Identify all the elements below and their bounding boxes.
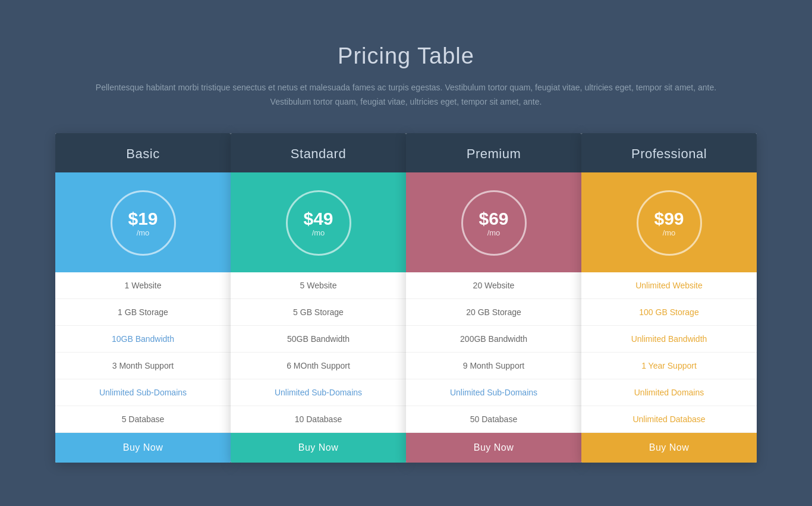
feature-item: 50 Database — [406, 406, 581, 433]
buy-now-button-professional[interactable]: Buy Now — [581, 433, 757, 463]
feature-item: Unlimited Bandwidth — [581, 326, 757, 353]
buy-now-button-premium[interactable]: Buy Now — [406, 433, 581, 463]
plan-price-section-premium: $69/mo — [406, 172, 581, 272]
feature-item: 100 GB Storage — [581, 299, 757, 326]
feature-item: 1 GB Storage — [55, 299, 231, 326]
feature-item: 9 Month Support — [406, 353, 581, 379]
plan-name-standard: Standard — [291, 146, 346, 161]
plan-price-circle-premium: $69/mo — [461, 190, 527, 256]
plan-price-period-standard: /mo — [312, 228, 325, 237]
feature-item: 6 MOnth Support — [231, 353, 406, 379]
feature-item: Unlimited Sub-Domains — [231, 379, 406, 406]
plan-price-amount-standard: $49 — [303, 209, 333, 228]
plan-card-premium: Premium$69/mo20 Website20 GB Storage200G… — [406, 133, 581, 463]
feature-item: 20 GB Storage — [406, 299, 581, 326]
plan-header-basic: Basic — [55, 133, 231, 172]
feature-item: 3 Month Support — [55, 353, 231, 379]
page-title: Pricing Table — [49, 43, 763, 69]
plan-price-period-basic: /mo — [137, 228, 150, 237]
plan-header-standard: Standard — [231, 133, 406, 172]
plan-price-period-premium: /mo — [487, 228, 501, 237]
feature-item: 50GB Bandwidth — [231, 326, 406, 353]
plan-features-professional: Unlimited Website100 GB StorageUnlimited… — [581, 272, 757, 433]
feature-item: Unlimited Sub-Domains — [55, 379, 231, 406]
plan-header-professional: Professional — [581, 133, 757, 172]
feature-item: Unlimited Domains — [581, 379, 757, 406]
feature-item: 10 Database — [231, 406, 406, 433]
feature-item: Unlimited Website — [581, 272, 757, 299]
feature-item: 1 Year Support — [581, 353, 757, 379]
plan-price-amount-premium: $69 — [479, 209, 508, 228]
plan-name-premium: Premium — [467, 146, 521, 161]
feature-item: Unlimited Sub-Domains — [406, 379, 581, 406]
plan-price-amount-professional: $99 — [654, 209, 684, 228]
plan-name-professional: Professional — [631, 146, 707, 161]
feature-item: 1 Website — [55, 272, 231, 299]
buy-now-button-standard[interactable]: Buy Now — [231, 433, 406, 463]
plan-features-basic: 1 Website1 GB Storage10GB Bandwidth3 Mon… — [55, 272, 231, 433]
pricing-grid: Basic$19/mo1 Website1 GB Storage10GB Ban… — [49, 133, 763, 463]
buy-now-button-basic[interactable]: Buy Now — [55, 433, 231, 463]
plan-price-section-standard: $49/mo — [231, 172, 406, 272]
feature-item: 20 Website — [406, 272, 581, 299]
feature-item: 5 GB Storage — [231, 299, 406, 326]
page-subtitle: Pellentesque habitant morbi tristique se… — [79, 81, 733, 109]
feature-item: 5 Database — [55, 406, 231, 433]
plan-price-section-basic: $19/mo — [55, 172, 231, 272]
page-wrapper: Pricing Table Pellentesque habitant morb… — [49, 43, 763, 463]
plan-card-professional: Professional$99/moUnlimited Website100 G… — [581, 133, 757, 463]
plan-price-circle-basic: $19/mo — [111, 190, 176, 256]
feature-item: 5 Website — [231, 272, 406, 299]
plan-name-basic: Basic — [126, 146, 159, 161]
plan-card-standard: Standard$49/mo5 Website5 GB Storage50GB … — [231, 133, 406, 463]
feature-item: Unlimited Database — [581, 406, 757, 433]
plan-price-circle-professional: $99/mo — [637, 190, 702, 256]
plan-features-standard: 5 Website5 GB Storage50GB Bandwidth6 MOn… — [231, 272, 406, 433]
plan-header-premium: Premium — [406, 133, 581, 172]
feature-item: 10GB Bandwidth — [55, 326, 231, 353]
plan-price-circle-standard: $49/mo — [286, 190, 351, 256]
plan-price-period-professional: /mo — [663, 228, 676, 237]
plan-features-premium: 20 Website20 GB Storage200GB Bandwidth9 … — [406, 272, 581, 433]
plan-price-section-professional: $99/mo — [581, 172, 757, 272]
plan-price-amount-basic: $19 — [128, 209, 158, 228]
feature-item: 200GB Bandwidth — [406, 326, 581, 353]
plan-card-basic: Basic$19/mo1 Website1 GB Storage10GB Ban… — [55, 133, 231, 463]
